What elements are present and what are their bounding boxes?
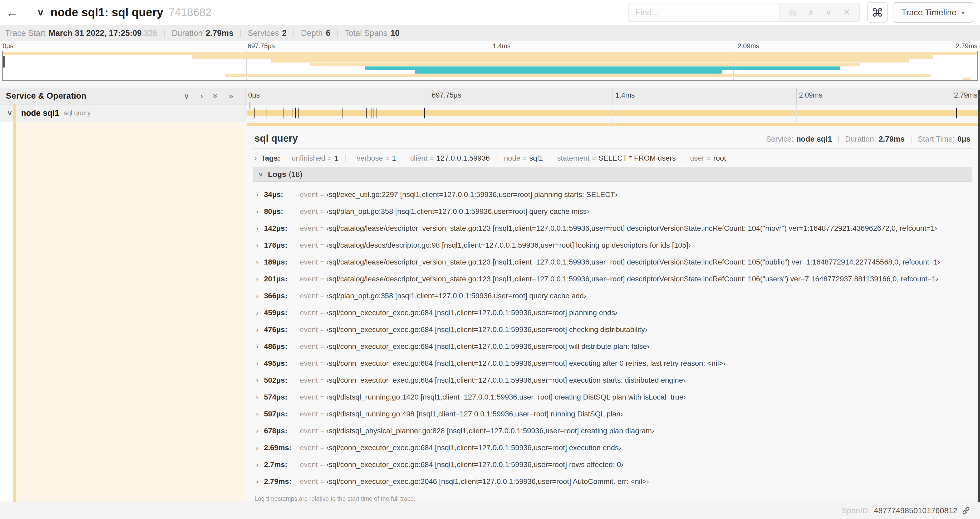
log-marker-tick	[403, 108, 403, 118]
log-expander-icon[interactable]: ›	[256, 343, 264, 351]
log-expander-icon[interactable]: ›	[256, 410, 264, 418]
tick-label: 1.4ms	[493, 42, 511, 50]
tag-item: _unfinished = 1	[288, 154, 339, 163]
top-bar: ← ∨ node sql1: sql query 7418682 ◎ ∧ ∨ ✕…	[0, 0, 980, 25]
log-entry[interactable]: › 366μs: event = ‹sql/plan_opt.go:358 [n…	[256, 287, 972, 304]
equals-sign: =	[386, 155, 389, 162]
span-color-stripe	[13, 122, 16, 501]
span-row-name-cell[interactable]: ∨ node sql1 sql query	[0, 104, 245, 122]
column-resize-grip[interactable]: ||	[248, 101, 251, 109]
tick-label: 2.79ms	[954, 91, 977, 99]
view-selector-button[interactable]: Trace Timeline ∨	[894, 2, 973, 23]
log-timestamp: 459μs:	[264, 308, 296, 317]
log-field-key: event	[300, 292, 318, 300]
logs-header[interactable]: ∨ Logs (18)	[253, 167, 972, 182]
keyboard-shortcuts-button[interactable]: ⌘	[867, 2, 888, 23]
log-expander-icon[interactable]: ›	[256, 258, 264, 267]
span-detail-card: sql query Service: node sql1 Duration: 2…	[245, 127, 980, 501]
span-meta-label: Duration:	[845, 135, 876, 144]
log-entry[interactable]: › 495μs: event = ‹sql/conn_executor_exec…	[256, 355, 972, 372]
window-scrollbar[interactable]	[978, 89, 980, 502]
log-entry[interactable]: › 2.69ms: event = ‹sql/conn_executor_exe…	[256, 439, 972, 456]
log-field-value: ‹sql/distsql_running.go:1420 [nsql1,clie…	[326, 393, 686, 401]
log-entry[interactable]: › 678μs: event = ‹sql/distsql_physical_p…	[256, 423, 972, 439]
log-expander-icon[interactable]: ›	[256, 292, 264, 300]
minimap-scrub-handle[interactable]	[3, 56, 5, 67]
find-clear-icon[interactable]: ✕	[843, 7, 850, 18]
minimap-canvas[interactable]	[2, 51, 978, 81]
log-entry[interactable]: › 34μs: event = ‹sql/exec_util.go:2297 […	[256, 186, 972, 203]
timeline-minimap: 0μs697.75μs1.4ms2.09ms2.79ms	[0, 41, 980, 81]
find-input[interactable]	[628, 3, 779, 21]
tag-key: node	[504, 154, 520, 163]
log-entry[interactable]: › 80μs: event = ‹sql/plan_opt.go:358 [ns…	[256, 203, 972, 220]
find-prev-icon[interactable]: ∧	[808, 7, 814, 18]
log-marker-tick	[299, 108, 299, 118]
log-expander-icon[interactable]: ›	[256, 208, 264, 216]
log-entry[interactable]: › 201μs: event = ‹sql/catalog/lease/desc…	[256, 271, 972, 287]
log-expander-icon[interactable]: ›	[256, 376, 264, 385]
collapse-one-icon[interactable]: ∨	[183, 91, 189, 101]
deep-link-icon[interactable]	[962, 506, 970, 515]
back-button[interactable]: ←	[0, 0, 25, 25]
log-expander-icon[interactable]: ›	[256, 275, 264, 283]
span-detail-operation: sql query	[255, 133, 298, 144]
tag-item: statement = SELECT * FROM users	[557, 154, 676, 163]
minimap-span-bar	[310, 63, 861, 66]
log-entry[interactable]: › 502μs: event = ‹sql/conn_executor_exec…	[256, 372, 972, 389]
logs-collapse-icon: ∨	[258, 171, 263, 178]
log-expander-icon[interactable]: ›	[256, 427, 264, 435]
trace-collapse-chevron-icon[interactable]: ∨	[37, 7, 44, 17]
span-meta-label: Service:	[766, 135, 794, 144]
find-next-icon[interactable]: ∨	[826, 7, 832, 18]
gridline	[429, 104, 430, 121]
log-entry[interactable]: › 486μs: event = ‹sql/conn_executor_exec…	[256, 338, 972, 355]
span-meta-value: node sql1	[796, 135, 832, 144]
log-marker-tick	[371, 108, 371, 118]
equals-sign: =	[320, 309, 324, 316]
log-field-value: ‹sql/conn_executor_exec.go:684 [nsql1,cl…	[326, 342, 650, 351]
collapse-all-icon[interactable]: »	[211, 93, 221, 98]
log-field-key: event	[300, 444, 318, 452]
span-id-label: SpanID:	[842, 506, 870, 515]
separator	[550, 154, 550, 162]
log-field-key: event	[300, 241, 318, 249]
log-field-key: event	[300, 308, 318, 317]
expand-all-icon[interactable]: »	[229, 91, 234, 101]
log-marker-tick	[292, 108, 293, 118]
find-locate-icon[interactable]: ◎	[789, 7, 796, 18]
log-expander-icon[interactable]: ›	[256, 359, 264, 367]
equals-sign: =	[320, 326, 324, 333]
log-entry[interactable]: › 142μs: event = ‹sql/catalog/lease/desc…	[256, 220, 972, 237]
gridline	[796, 88, 797, 104]
log-field-value: ‹sql/conn_executor_exec.go:684 [nsql1,cl…	[326, 326, 648, 334]
log-expander-icon[interactable]: ›	[256, 444, 264, 452]
log-entry[interactable]: › 597μs: event = ‹sql/distsql_running.go…	[256, 406, 972, 423]
collapse-controls: ∨ › » »	[183, 91, 234, 101]
log-expander-icon[interactable]: ›	[256, 461, 264, 469]
log-timestamp: 142μs:	[264, 224, 296, 233]
log-entry[interactable]: › 574μs: event = ‹sql/distsql_running.go…	[256, 389, 972, 406]
expand-one-icon[interactable]: ›	[200, 91, 203, 101]
span-collapse-chevron-icon[interactable]: ∨	[7, 109, 13, 117]
log-expander-icon[interactable]: ›	[256, 191, 264, 199]
log-expander-icon[interactable]: ›	[256, 309, 264, 317]
gridline	[796, 104, 797, 121]
span-row[interactable]: ∨ node sql1 sql query	[0, 104, 980, 122]
log-entry[interactable]: › 459μs: event = ‹sql/conn_executor_exec…	[256, 304, 972, 321]
log-entry[interactable]: › 2.79ms: event = ‹sql/conn_executor_exe…	[256, 473, 972, 490]
log-entry[interactable]: › 189μs: event = ‹sql/catalog/lease/desc…	[256, 254, 972, 271]
log-expander-icon[interactable]: ›	[256, 241, 264, 249]
tags-row[interactable]: › Tags: _unfinished = 1 _verbose = 1 cli…	[253, 149, 972, 167]
log-entry[interactable]: › 476μs: event = ‹sql/conn_executor_exec…	[256, 321, 972, 338]
span-detail-panel: sql query Service: node sql1 Duration: 2…	[245, 122, 980, 501]
log-expander-icon[interactable]: ›	[256, 224, 264, 233]
span-detail-left-column	[0, 122, 245, 501]
log-expander-icon[interactable]: ›	[256, 393, 264, 401]
tags-expander-icon[interactable]: ›	[255, 154, 257, 163]
log-expander-icon[interactable]: ›	[256, 477, 264, 486]
summary-item: Duration 2.79ms	[172, 29, 234, 38]
log-expander-icon[interactable]: ›	[256, 326, 264, 334]
log-entry[interactable]: › 176μs: event = ‹sql/catalog/descs/desc…	[256, 237, 972, 254]
log-entry[interactable]: › 2.7ms: event = ‹sql/conn_executor_exec…	[256, 456, 972, 473]
